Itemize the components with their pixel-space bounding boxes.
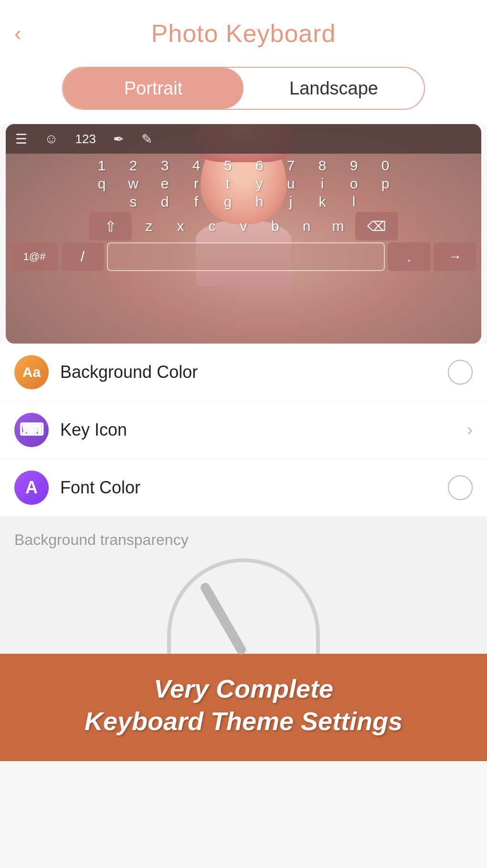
landscape-tab[interactable]: Landscape — [244, 68, 424, 109]
keyboard-keys: 1 2 3 4 5 6 7 8 9 0 q w e r t y u i o p … — [6, 154, 481, 344]
key-h[interactable]: h — [245, 194, 274, 210]
key-k[interactable]: k — [308, 194, 337, 210]
font-color-item[interactable]: A Font Color — [0, 459, 487, 517]
key-1[interactable]: 1 — [87, 157, 116, 174]
key-d[interactable]: d — [150, 194, 179, 210]
asdf-row: s d f g h j k l — [11, 194, 476, 210]
key-p[interactable]: p — [371, 176, 400, 192]
period-key[interactable]: . — [388, 242, 431, 271]
orientation-toggle: Portrait Landscape — [62, 67, 425, 110]
key-v[interactable]: v — [229, 218, 258, 234]
key-y[interactable]: y — [245, 176, 274, 192]
key-n[interactable]: n — [292, 218, 321, 234]
space-key[interactable] — [107, 242, 385, 271]
key-l[interactable]: l — [339, 194, 368, 210]
key-i[interactable]: i — [308, 176, 337, 192]
zxcv-row: ⇧ z x c v b n m ⌫ — [11, 212, 476, 241]
numbers-icon[interactable]: 123 — [75, 132, 96, 146]
transparency-dial[interactable] — [167, 558, 320, 654]
emoji-icon[interactable]: ☺ — [44, 131, 58, 146]
qwerty-row: q w e r t y u i o p — [11, 176, 476, 192]
key-4[interactable]: 4 — [182, 157, 211, 174]
font-color-radio[interactable] — [448, 475, 473, 500]
menu-icon[interactable]: ☰ — [15, 131, 27, 147]
shift-key[interactable]: ⇧ — [89, 212, 132, 241]
transparency-section: Background transparency — [0, 517, 487, 654]
background-color-label: Background Color — [60, 362, 448, 382]
bottom-row: 1@# / . → — [11, 242, 476, 271]
keyboard-toolbar: ☰ ☺ 123 ✒ ✎ — [6, 124, 481, 154]
key-icon-chevron: › — [467, 420, 473, 440]
key-r[interactable]: r — [182, 176, 211, 192]
font-color-icon: A — [14, 471, 49, 505]
key-6[interactable]: 6 — [245, 157, 274, 174]
key-2[interactable]: 2 — [119, 157, 148, 174]
portrait-tab[interactable]: Portrait — [63, 68, 244, 109]
key-s[interactable]: s — [119, 194, 148, 210]
key-8[interactable]: 8 — [308, 157, 337, 174]
settings-list: Aa Background Color ⌨ Key Icon › A Font … — [0, 344, 487, 517]
key-7[interactable]: 7 — [276, 157, 305, 174]
key-o[interactable]: o — [339, 176, 368, 192]
key-m[interactable]: m — [324, 218, 352, 234]
bottom-banner: Very Complete Keyboard Theme Settings — [0, 654, 487, 761]
delete-key[interactable]: ⌫ — [355, 212, 398, 241]
segment-container: Portrait Landscape — [0, 57, 487, 124]
background-color-item[interactable]: Aa Background Color — [0, 344, 487, 401]
transparency-label: Background transparency — [14, 531, 473, 549]
font-color-label: Font Color — [60, 478, 448, 498]
key-q[interactable]: q — [87, 176, 116, 192]
key-3[interactable]: 3 — [150, 157, 179, 174]
header: ‹ Photo Keyboard — [0, 0, 487, 57]
key-b[interactable]: b — [261, 218, 289, 234]
key-0[interactable]: 0 — [371, 157, 400, 174]
key-f[interactable]: f — [182, 194, 211, 210]
key-9[interactable]: 9 — [339, 157, 368, 174]
key-5[interactable]: 5 — [213, 157, 242, 174]
key-c[interactable]: c — [198, 218, 226, 234]
back-button[interactable]: ‹ — [14, 23, 21, 44]
key-x[interactable]: x — [166, 218, 195, 234]
key-icon-item[interactable]: ⌨ Key Icon › — [0, 401, 487, 459]
symbols-key[interactable]: 1@# — [11, 242, 58, 271]
pen-icon[interactable]: ✒ — [113, 131, 124, 147]
dial-indicator — [199, 581, 247, 656]
page-title: Photo Keyboard — [151, 19, 336, 48]
key-u[interactable]: u — [276, 176, 305, 192]
enter-key[interactable]: → — [434, 242, 476, 271]
keyboard-preview: ☰ ☺ 123 ✒ ✎ 1 2 3 4 5 6 7 8 9 0 q w e r … — [6, 124, 481, 344]
banner-text: Very Complete Keyboard Theme Settings — [85, 673, 402, 737]
key-icon-icon: ⌨ — [14, 413, 49, 447]
key-t[interactable]: t — [213, 176, 242, 192]
background-color-radio[interactable] — [448, 360, 473, 385]
key-z[interactable]: z — [135, 218, 163, 234]
key-icon-label: Key Icon — [60, 420, 467, 440]
number-row: 1 2 3 4 5 6 7 8 9 0 — [11, 157, 476, 174]
key-j[interactable]: j — [276, 194, 305, 210]
background-color-icon: Aa — [14, 355, 49, 389]
key-e[interactable]: e — [150, 176, 179, 192]
transparency-dial-container — [14, 558, 473, 654]
key-g[interactable]: g — [213, 194, 242, 210]
slash-key[interactable]: / — [61, 242, 104, 271]
edit-icon[interactable]: ✎ — [141, 131, 152, 147]
key-w[interactable]: w — [119, 176, 148, 192]
